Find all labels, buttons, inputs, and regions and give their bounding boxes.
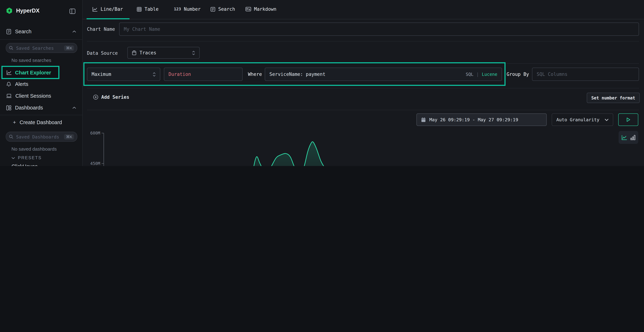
create-dashboard-button[interactable]: + Create Dashboard: [13, 119, 62, 125]
tab-label: Table: [144, 6, 158, 12]
sidebar-item-label: Search: [15, 28, 32, 34]
app-window: HyperDX Search Saved Searches ⌘K No save…: [0, 0, 644, 166]
search-icon: [9, 46, 13, 50]
saved-searches-input[interactable]: Saved Searches ⌘K: [6, 43, 77, 53]
brand: HyperDX: [6, 7, 40, 14]
toggle-separator: |: [476, 72, 479, 77]
sql-mode-toggle[interactable]: SQL: [466, 72, 473, 77]
set-number-format-button[interactable]: Set number format: [587, 93, 640, 103]
markdown-icon: [246, 7, 251, 12]
field-value: Duration: [168, 72, 191, 77]
granularity-value: Auto Granularity: [556, 117, 600, 122]
sidebar-item-label: Client Sessions: [16, 93, 51, 99]
lucene-mode-toggle[interactable]: Lucene: [482, 72, 497, 77]
divider: [87, 110, 639, 110]
play-icon: [626, 117, 630, 122]
run-query-button[interactable]: [618, 114, 638, 126]
date-range-picker[interactable]: May 26 09:29:19 - May 27 09:29:19: [416, 114, 547, 126]
sidebar-item-alerts[interactable]: Alerts: [6, 81, 76, 87]
data-source-value: Traces: [140, 50, 156, 56]
tab-table[interactable]: Table: [137, 6, 158, 12]
tab-label: Line/Bar: [100, 6, 123, 12]
updown-caret-icon: [192, 50, 195, 55]
preset-clickhouse[interactable]: ClickHouse: [12, 164, 38, 166]
aggregation-select[interactable]: Maximum: [87, 68, 160, 81]
tab-number[interactable]: 123 Number: [174, 6, 201, 12]
saved-searches-placeholder: Saved Searches: [16, 45, 64, 50]
updown-caret-icon: [153, 72, 156, 76]
tab-markdown[interactable]: Markdown: [246, 6, 276, 12]
bell-icon: [6, 82, 12, 87]
presets-toggle[interactable]: PRESETS: [12, 155, 42, 160]
calendar-icon: [421, 117, 426, 122]
shortcut-badge: ⌘K: [64, 45, 74, 50]
create-dashboard-label: Create Dashboard: [20, 119, 62, 125]
presets-label: PRESETS: [18, 155, 42, 160]
data-source-select[interactable]: Traces: [127, 47, 200, 59]
saved-dashboards-placeholder: Saved Dashboards: [16, 134, 64, 139]
aggregation-value: Maximum: [92, 72, 111, 77]
where-value: ServiceName: payment: [270, 72, 326, 77]
group-by-label: Group By: [506, 72, 529, 77]
chevron-down-icon: [12, 156, 15, 159]
hyperdx-logo-icon: [6, 7, 13, 14]
table-icon: [137, 6, 142, 12]
dashboard-grid-icon: [6, 105, 12, 110]
chart-name-label: Chart Name: [87, 26, 115, 32]
sidebar-item-label: Alerts: [15, 81, 28, 87]
chevron-up-icon: [72, 30, 76, 33]
line-chart-icon: [6, 70, 12, 75]
where-label: Where: [248, 72, 262, 77]
field-input[interactable]: Duration: [164, 68, 242, 81]
list-box-icon: [210, 6, 216, 12]
line-chart-icon: [92, 6, 98, 12]
tab-label: Markdown: [254, 6, 276, 12]
svg-text:600M: 600M: [90, 131, 100, 136]
tab-search[interactable]: Search: [210, 6, 235, 12]
sidebar: HyperDX Search Saved Searches ⌘K No save…: [0, 0, 83, 166]
number-123-icon: 123: [174, 7, 181, 12]
sidebar-collapse-icon[interactable]: [70, 8, 76, 14]
shortcut-badge: ⌘K: [64, 134, 74, 139]
tab-label: Number: [184, 6, 201, 12]
date-range-value: May 26 09:29:19 - May 27 09:29:19: [429, 117, 518, 122]
sidebar-item-client-sessions[interactable]: Client Sessions: [6, 93, 76, 99]
view-tab-bar: Line/Bar Table 123 Number Search: [82, 0, 644, 19]
where-input[interactable]: ServiceName: payment SQL | Lucene: [265, 68, 502, 81]
chevron-down-icon: [605, 118, 608, 121]
granularity-select[interactable]: Auto Granularity: [552, 114, 613, 126]
divider: [87, 41, 639, 42]
svg-text:450M: 450M: [90, 161, 100, 166]
divider: [506, 63, 639, 64]
sidebar-item-label: Dashboards: [15, 105, 43, 110]
active-tab-underline: [86, 18, 130, 19]
add-series-button[interactable]: Add Series: [93, 94, 129, 100]
plus-icon: +: [13, 119, 16, 125]
divider: [0, 115, 82, 115]
sidebar-item-dashboards[interactable]: Dashboards: [6, 105, 76, 110]
sidebar-item-chart-explorer[interactable]: Chart Explorer: [2, 66, 60, 79]
laptop-icon: [6, 94, 12, 98]
search-icon: [9, 134, 13, 139]
journal-icon: [6, 29, 12, 34]
saved-dashboards-input[interactable]: Saved Dashboards ⌘K: [6, 132, 77, 142]
sidebar-item-search[interactable]: Search: [6, 28, 76, 34]
no-saved-searches-text: No saved searches: [12, 58, 51, 63]
circle-plus-icon: [93, 94, 98, 100]
brand-name: HyperDX: [16, 8, 40, 14]
tab-label: Search: [218, 6, 235, 12]
chevron-up-icon: [72, 106, 76, 109]
sidebar-item-label: Chart Explorer: [15, 70, 51, 75]
database-icon: [132, 50, 136, 55]
main-content: Line/Bar Table 123 Number Search: [82, 0, 644, 166]
tab-line-bar[interactable]: Line/Bar: [92, 6, 123, 12]
add-series-label: Add Series: [101, 94, 129, 100]
chart-name-input[interactable]: [119, 22, 639, 36]
divider: [0, 39, 82, 40]
timeseries-chart[interactable]: 0150M300M450M600MMay 26 9:00:00 AM12:30:…: [82, 126, 644, 166]
data-source-label: Data Source: [87, 50, 118, 56]
group-by-input[interactable]: [532, 68, 639, 81]
divider: [87, 88, 639, 88]
no-saved-dashboards-text: No saved dashboards: [12, 146, 57, 152]
